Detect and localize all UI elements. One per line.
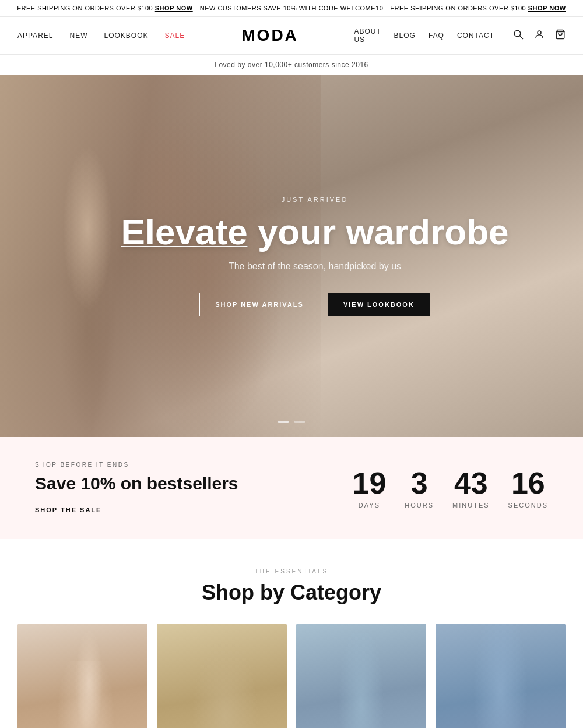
- timer-days-label: DAYS: [353, 502, 387, 509]
- category-card-fall-winter[interactable]: LAYERS TO LOVE Fall/Winter Stay warm & b…: [157, 624, 287, 728]
- timer-hours: 3 HOURS: [405, 468, 434, 509]
- announcement-bar: FREE SHIPPING ON ORDERS OVER $100 SHOP N…: [0, 0, 583, 17]
- nav-icons: [513, 29, 566, 43]
- timer-seconds-label: SECONDS: [508, 502, 548, 509]
- timer-seconds: 16 SECONDS: [508, 468, 548, 509]
- sale-timer: 19 DAYS 3 HOURS 43 MINUTES 16 SECONDS: [353, 468, 548, 509]
- category-card-dresses[interactable]: SLEEK STYLES Dresses A look for every oc…: [296, 624, 426, 728]
- nav-contact[interactable]: CONTACT: [457, 32, 494, 40]
- nav-left: APPAREL NEW LOOKBOOK SALE: [17, 32, 186, 40]
- sale-title: Save 10% on bestsellers: [35, 474, 238, 494]
- card-bg-dresses: [296, 624, 426, 728]
- sale-banner: SHOP BEFORE IT ENDS Save 10% on bestsell…: [0, 437, 583, 539]
- timer-minutes: 43 MINUTES: [452, 468, 490, 509]
- hero-subtitle: The best of the season, handpicked by us: [121, 261, 508, 272]
- hero-title-underline: Elevate: [121, 212, 247, 252]
- view-lookbook-button[interactable]: VIEW LOOKBOOK: [328, 293, 430, 316]
- category-grid: JUST ADDED New Arrivals Shop the latest …: [17, 624, 566, 728]
- sale-eyebrow: SHOP BEFORE IT ENDS: [35, 461, 238, 468]
- trust-bar: Loved by over 10,000+ customers since 20…: [0, 55, 583, 75]
- hero-title: Elevate your wardrobe: [121, 212, 508, 252]
- cart-icon[interactable]: [555, 29, 566, 43]
- shop-now-right[interactable]: SHOP NOW: [528, 5, 566, 12]
- category-eyebrow: THE ESSENTIALS: [17, 568, 566, 575]
- card-bg-fall-winter: [157, 624, 287, 728]
- category-card-new-arrivals[interactable]: JUST ADDED New Arrivals Shop the latest …: [17, 624, 147, 728]
- nav-sale[interactable]: SALE: [165, 32, 185, 40]
- shop-new-arrivals-button[interactable]: SHOP NEW ARRIVALS: [199, 293, 319, 316]
- timer-seconds-value: 16: [508, 468, 548, 498]
- svg-point-2: [538, 31, 541, 34]
- hero-content: JUST ARRIVED Elevate your wardrobe The b…: [121, 196, 508, 316]
- timer-hours-label: HOURS: [405, 502, 434, 509]
- nav-about[interactable]: ABOUT US: [354, 27, 381, 44]
- shop-now-left[interactable]: SHOP NOW: [155, 5, 193, 12]
- category-title: Shop by Category: [17, 580, 566, 605]
- nav-right: ABOUT US BLOG FAQ CONTACT: [354, 27, 566, 44]
- search-icon[interactable]: [513, 29, 524, 43]
- nav-lookbook[interactable]: LOOKBOOK: [104, 32, 148, 40]
- timer-hours-value: 3: [405, 468, 434, 498]
- nav-faq[interactable]: FAQ: [429, 32, 444, 40]
- announcement-left: FREE SHIPPING ON ORDERS OVER $100 SHOP N…: [12, 5, 198, 12]
- nav-logo[interactable]: MODA: [186, 26, 354, 45]
- hero-title-rest: your wardrobe: [258, 212, 509, 252]
- svg-line-1: [520, 36, 523, 39]
- card-bg-bestselling: [436, 624, 566, 728]
- timer-minutes-label: MINUTES: [452, 502, 490, 509]
- hero-eyebrow: JUST ARRIVED: [121, 196, 508, 203]
- nav-blog[interactable]: BLOG: [394, 32, 416, 40]
- announcement-center: NEW CUSTOMERS SAVE 10% WITH CODE WELCOME…: [198, 5, 385, 12]
- nav: APPAREL NEW LOOKBOOK SALE MODA ABOUT US …: [0, 17, 583, 55]
- timer-days-value: 19: [353, 468, 387, 498]
- nav-new[interactable]: NEW: [69, 32, 87, 40]
- account-icon[interactable]: [534, 29, 545, 43]
- shop-sale-link[interactable]: SHOP THE SALE: [35, 506, 101, 513]
- category-card-bestselling[interactable]: MOST-WANTED Bestselling Your favorites, …: [436, 624, 566, 728]
- sale-left: SHOP BEFORE IT ENDS Save 10% on bestsell…: [35, 461, 238, 514]
- nav-apparel[interactable]: APPAREL: [17, 32, 53, 40]
- announcement-right: FREE SHIPPING ON ORDERS OVER $100 SHOP N…: [385, 5, 571, 12]
- timer-minutes-value: 43: [452, 468, 490, 498]
- hero-section: JUST ARRIVED Elevate your wardrobe The b…: [0, 75, 583, 437]
- hero-buttons: SHOP NEW ARRIVALS VIEW LOOKBOOK: [121, 293, 508, 316]
- category-section: THE ESSENTIALS Shop by Category JUST ADD…: [0, 539, 583, 728]
- card-bg-new-arrivals: [17, 624, 147, 728]
- svg-point-0: [514, 30, 521, 37]
- timer-days: 19 DAYS: [353, 468, 387, 509]
